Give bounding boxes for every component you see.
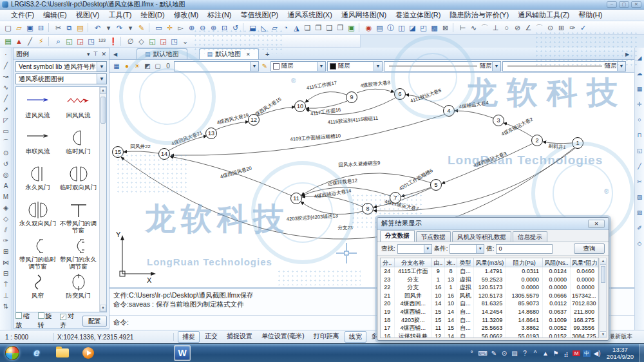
table-scrollbar[interactable]: ▲ ▼ [600, 258, 607, 338]
dialog-tab-3[interactable]: 风机及等积孔数据 [452, 231, 511, 242]
block-save-icon[interactable]: ▣ [346, 23, 357, 33]
lang-zh-icon[interactable]: 中 [583, 350, 591, 357]
region-select-icon[interactable]: ◳ [86, 36, 97, 46]
edge-4煤辅运大巷4[interactable] [455, 111, 495, 119]
numbering-icon[interactable]: ¹²³ [97, 36, 108, 46]
condition-select[interactable]: ▼ [450, 244, 484, 254]
cut-icon[interactable]: ✂ [53, 23, 64, 33]
rotate-tool-icon[interactable]: ↺ [1, 158, 11, 169]
block-array-icon[interactable]: ❑ [324, 23, 335, 33]
node-link-tool-icon[interactable]: ⋈ [1, 257, 11, 268]
info-tool-icon[interactable]: ⓘ [385, 23, 396, 33]
collapse-icon[interactable]: ⌄ [180, 36, 191, 46]
spline-tool-icon[interactable]: ∿ [468, 23, 479, 33]
zoom-window-icon[interactable]: ⊛ [208, 23, 219, 33]
text-a-tool-icon[interactable]: A [1, 180, 11, 191]
delete-grid-icon[interactable]: ⊠ [440, 23, 451, 33]
tag-tool-icon[interactable]: ◇ [136, 36, 147, 46]
column-header[interactable]: 风量(m3/s) [474, 258, 507, 267]
menu-item-11[interactable]: 巷道立体图(R) [391, 9, 445, 21]
menu-item-1[interactable]: 文件(F) [6, 9, 39, 21]
sun-icon[interactable]: ☀ [133, 61, 142, 71]
pointer-icon[interactable]: ▻ [175, 23, 186, 33]
tunnel-tool-icon[interactable]: ⊓ [636, 130, 644, 146]
ground-tool-icon[interactable]: ⊥ [1, 290, 11, 301]
flow-tool-icon[interactable]: ⇅ [1, 301, 11, 312]
dialog-tab-4[interactable]: 信息提示 [513, 231, 547, 242]
pan-icon[interactable]: ✛ [164, 23, 175, 33]
dropdown-arrow-icon[interactable]: ▼ [97, 62, 106, 71]
branch-data-table[interactable]: 分..分支名称由..末..类型风量(m3/s)阻力(Pa)风阻(Ns..风量*阻… [380, 258, 599, 338]
maximize-button[interactable]: ▢ [619, 1, 629, 8]
close-icon[interactable]: ✕ [101, 51, 106, 57]
table-row[interactable]: 184203胶...1514自...11.320914.86410.100916… [381, 316, 598, 325]
edge-4煤西辅运大巷14[interactable] [302, 196, 363, 207]
mesh-tool-icon[interactable]: ▧ [636, 207, 644, 223]
status-button-捕捉[interactable]: 捕捉 [178, 331, 200, 343]
mountain-tool-icon[interactable]: ▲ [14, 36, 24, 46]
tab-scroll-left-icon[interactable]: ◀ [111, 50, 120, 59]
wave-tool-icon[interactable]: ∿ [1, 82, 11, 93]
node-remove-tool-icon[interactable]: ⊟ [1, 268, 11, 279]
print-icon[interactable]: ⊟ [35, 23, 46, 33]
move-tool-icon[interactable]: ✛ [636, 99, 644, 115]
tab-close-icon[interactable]: ✕ [246, 52, 251, 57]
status-button-线宽[interactable]: 线宽 [345, 331, 366, 343]
layer-group-icon[interactable]: ▦ [112, 61, 121, 71]
pin-icon[interactable]: ⊤ [93, 51, 99, 57]
text-m-tool-icon[interactable]: M [1, 191, 11, 202]
close-button[interactable]: ✕ [631, 1, 641, 8]
dialog-tab-2[interactable]: 节点数据 [416, 231, 451, 242]
check-tool-icon[interactable]: ✓ [578, 23, 589, 33]
tab-scroll-right-icon[interactable]: ▶ [623, 50, 632, 59]
legend-scrollbar[interactable]: ▲ ▼ [99, 87, 106, 312]
map-tab-2[interactable]: ▤默认地图✕ [199, 48, 259, 59]
zero-line-icon[interactable]: ∅ [125, 36, 136, 46]
circle-tool-icon[interactable]: ○ [636, 115, 644, 130]
hatch-tool-icon[interactable]: ◈ [1, 202, 11, 213]
symbol-library-select[interactable]: Vent symbol lib 通风符号库 ▼ [15, 61, 107, 72]
diamond-tool-icon[interactable]: ◇ [1, 213, 11, 224]
menu-item-14[interactable]: 帮助(H) [574, 9, 607, 21]
diamond-tool-icon[interactable]: ◇ [636, 238, 644, 254]
parallelogram-tool-icon[interactable]: ▱ [269, 23, 280, 33]
corner-tool-icon[interactable]: ◸ [1, 115, 11, 126]
table-row[interactable]: 244115工作面98自...1.47910.03110.01240.0460 [381, 267, 598, 276]
rect-tool-icon[interactable]: ▭ [1, 126, 11, 137]
pen-tool-icon[interactable]: ✑ [567, 23, 578, 33]
hatch-tool-icon[interactable]: ▨ [636, 192, 644, 207]
box-icon[interactable]: ▢ [153, 61, 162, 71]
ie-taskbar-icon[interactable]: e [28, 345, 45, 361]
legend-symbol-arrow-red-wavy[interactable]: 回风风流 [58, 91, 99, 127]
line-slash-tool-icon[interactable]: ╱ [636, 161, 644, 176]
block-mirror-icon[interactable]: ❐ [313, 23, 324, 33]
column-header[interactable]: 风量*阻力 [571, 258, 598, 267]
distance-tool-icon[interactable]: ⊢ [457, 23, 468, 33]
legend-symbol-half-door-line[interactable]: 永久风门 [17, 163, 58, 199]
legend-symbol-tee[interactable]: 不带风门的调节窗 [58, 199, 99, 235]
junction-tool-icon[interactable]: ⍑ [1, 279, 11, 290]
scroll-tool-icon[interactable]: ▤ [374, 23, 385, 33]
remove-select-icon[interactable]: ◲ [75, 36, 86, 46]
keyboard-icon[interactable]: ⌨ [478, 350, 488, 357]
table-row[interactable]: 194煤西辅...1514自...14.245414.86800.0637211… [381, 308, 598, 316]
fill-color-select[interactable]: 随层▼ [327, 61, 383, 71]
dialog-close-button[interactable]: ✕ [588, 220, 605, 228]
edge-4115工作面17[interactable] [305, 92, 346, 102]
circle-tool-icon[interactable]: ○ [501, 23, 512, 33]
dropdown-arrow-icon[interactable]: ▼ [317, 62, 325, 71]
no-entry-tool-icon[interactable]: ⊘ [512, 23, 523, 33]
angle-tool-icon[interactable]: ∠ [523, 23, 534, 33]
dropdown-arrow-icon[interactable]: ▼ [250, 62, 258, 71]
bed-tool-icon[interactable]: ⬓ [247, 23, 258, 33]
scroll-thumb[interactable] [601, 266, 605, 283]
export-block-icon[interactable]: ▩ [429, 23, 440, 33]
cloud-tool-icon[interactable]: ☁ [636, 68, 644, 84]
corner-rect-tool-icon[interactable]: ◱ [636, 146, 644, 161]
status-button-捕捉设置[interactable]: 捕捉设置 [223, 331, 256, 343]
slope-tool-icon[interactable]: ◺ [258, 23, 269, 33]
scroll-down-icon[interactable]: ▼ [600, 331, 606, 338]
edge-4117工作面16[interactable] [306, 101, 347, 108]
new-file-icon[interactable]: ▢ [3, 23, 14, 33]
pie-tool-icon[interactable]: ◔ [280, 23, 291, 33]
